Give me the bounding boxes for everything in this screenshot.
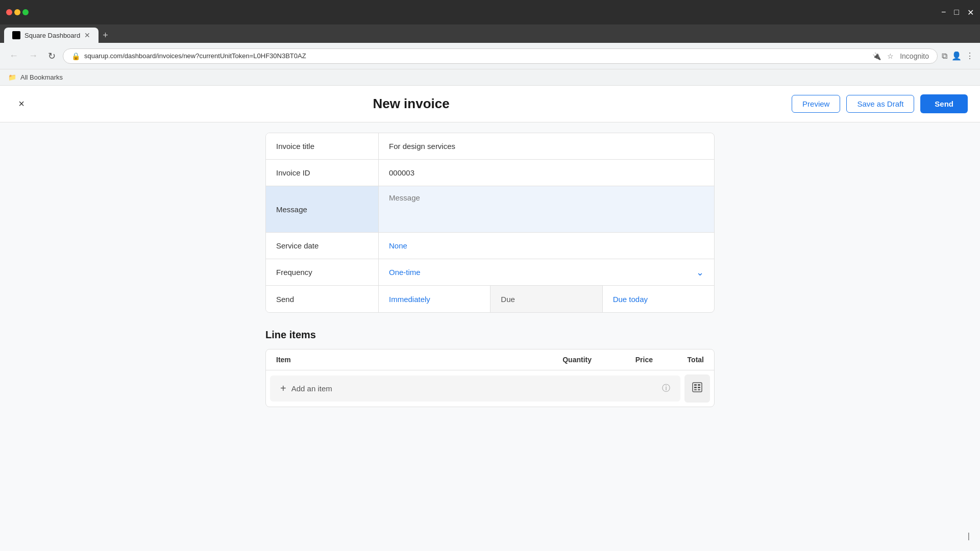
active-tab[interactable]: Square Dashboard ✕: [4, 28, 99, 43]
new-tab-button[interactable]: +: [99, 28, 112, 43]
frequency-row: Frequency One-time ⌄: [266, 259, 714, 286]
info-icon: ⓘ: [662, 383, 670, 394]
send-label: Send: [266, 286, 378, 312]
send-row: Send Immediately Due Due today: [266, 286, 714, 312]
invoice-id-value[interactable]: 000003: [378, 160, 714, 186]
reload-button[interactable]: ↻: [45, 48, 59, 64]
add-item-button[interactable]: + Add an item ⓘ: [270, 375, 680, 402]
service-date-value[interactable]: None: [378, 233, 714, 259]
message-label: Message: [266, 186, 378, 232]
address-bar[interactable]: 🔒 squarup.com/dashboard/invoices/new?cur…: [63, 48, 938, 64]
minimize-icon[interactable]: −: [941, 8, 946, 17]
save-draft-button[interactable]: Save as Draft: [846, 95, 914, 113]
svg-rect-5: [694, 389, 697, 390]
svg-rect-4: [698, 387, 700, 388]
close-window-icon[interactable]: ✕: [967, 8, 974, 17]
incognito-icon: Incognito: [900, 52, 929, 60]
message-field[interactable]: |: [378, 186, 714, 232]
bookmarks-bar: 📁 All Bookmarks: [0, 69, 980, 86]
content-area: Invoice title For design services Invoic…: [0, 122, 980, 551]
invoice-title-value[interactable]: For design services: [378, 133, 714, 159]
service-date-row: Service date None: [266, 233, 714, 259]
svg-rect-3: [694, 387, 697, 388]
maximize-icon[interactable]: □: [954, 8, 959, 17]
address-bar-row: ← → ↻ 🔒 squarup.com/dashboard/invoices/n…: [0, 43, 980, 69]
frequency-selected: One-time: [389, 268, 421, 277]
invoice-id-row: Invoice ID 000003: [266, 160, 714, 186]
lock-icon: 🔒: [71, 52, 80, 60]
add-item-label: Add an item: [291, 384, 332, 393]
send-due-today-option[interactable]: Due today: [603, 286, 714, 312]
invoice-id-label: Invoice ID: [266, 160, 378, 186]
message-row: Message |: [266, 186, 714, 233]
calculator-button[interactable]: [684, 374, 710, 403]
menu-icon[interactable]: ⋮: [966, 51, 974, 61]
bookmarks-folder-icon: 📁: [8, 73, 16, 81]
frequency-value[interactable]: One-time ⌄: [378, 259, 714, 285]
invoice-title-label: Invoice title: [266, 133, 378, 159]
column-quantity: Quantity: [530, 356, 592, 364]
tab-close-icon[interactable]: ✕: [84, 31, 90, 39]
column-total: Total: [653, 356, 704, 364]
service-date-label: Service date: [266, 233, 378, 259]
send-immediately-option[interactable]: Immediately: [379, 286, 491, 312]
top-bar: × New invoice Preview Save as Draft Send: [0, 86, 980, 122]
tab-bar: Square Dashboard ✕ +: [0, 24, 980, 43]
svg-rect-2: [698, 384, 700, 386]
profile-icon[interactable]: 👤: [951, 51, 962, 61]
app-container: × New invoice Preview Save as Draft Send…: [0, 86, 980, 551]
column-item: Item: [276, 356, 530, 364]
browser-window-controls: − □ ✕: [0, 0, 980, 24]
close-icon: ×: [18, 98, 24, 110]
url-text: squarup.com/dashboard/invoices/new?curre…: [84, 52, 306, 60]
line-items-table: Item Quantity Price Total + Add an item …: [265, 349, 715, 407]
invoice-title-row: Invoice title For design services: [266, 133, 714, 160]
preview-button[interactable]: Preview: [792, 95, 840, 113]
bookmarks-label[interactable]: All Bookmarks: [20, 73, 63, 81]
line-items-title: Line items: [265, 329, 715, 341]
calculator-icon: [692, 382, 703, 395]
svg-rect-6: [698, 389, 700, 390]
frequency-dropdown-icon[interactable]: ⌄: [696, 267, 704, 278]
tab-favicon: [12, 31, 20, 39]
extensions-icon[interactable]: ⧉: [942, 52, 947, 61]
frequency-label: Frequency: [266, 259, 378, 285]
top-actions: Preview Save as Draft Send: [792, 94, 968, 113]
form-container: Invoice title For design services Invoic…: [265, 133, 715, 407]
svg-rect-0: [693, 383, 702, 392]
send-due-option[interactable]: Due: [491, 286, 602, 312]
forward-button[interactable]: →: [26, 48, 41, 63]
invoice-form: Invoice title For design services Invoic…: [265, 133, 715, 313]
add-item-plus-icon: +: [280, 383, 286, 394]
send-button[interactable]: Send: [920, 94, 968, 113]
bookmark-star-icon[interactable]: ☆: [887, 52, 894, 60]
tab-title: Square Dashboard: [24, 32, 80, 39]
message-input[interactable]: [389, 193, 704, 224]
column-price: Price: [592, 356, 653, 364]
close-button[interactable]: ×: [12, 95, 31, 113]
table-header: Item Quantity Price Total: [266, 349, 714, 370]
back-button[interactable]: ←: [6, 48, 21, 63]
line-items-section: Line items Item Quantity Price Total + A…: [265, 329, 715, 407]
send-options: Immediately Due Due today: [378, 286, 714, 312]
svg-rect-1: [694, 384, 697, 386]
extension-icon: 🔌: [872, 52, 881, 60]
page-title: New invoice: [31, 96, 792, 112]
add-item-row: + Add an item ⓘ: [270, 374, 710, 403]
